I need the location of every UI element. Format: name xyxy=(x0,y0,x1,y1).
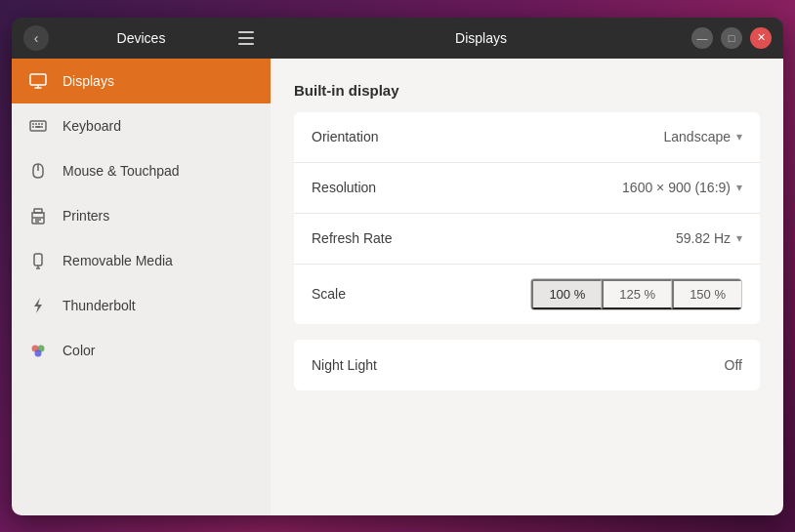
main-content: Built-in display Orientation Landscape ▾… xyxy=(271,59,783,515)
sidebar-item-thunderbolt[interactable]: Thunderbolt xyxy=(12,283,271,328)
titlebar: ‹ Devices Displays — □ ✕ xyxy=(12,18,783,59)
minimize-button[interactable]: — xyxy=(691,27,713,49)
sidebar-displays-label: Displays xyxy=(63,73,114,89)
scale-buttons: 100 % 125 % 150 % xyxy=(530,278,742,310)
sidebar-printers-label: Printers xyxy=(63,208,109,224)
thunderbolt-icon xyxy=(27,295,49,316)
maximize-icon: □ xyxy=(729,32,735,44)
resolution-label: Resolution xyxy=(312,180,622,195)
svg-point-21 xyxy=(35,349,42,356)
close-icon: ✕ xyxy=(757,31,766,44)
sidebar-item-keyboard[interactable]: Keyboard xyxy=(12,103,271,148)
mouse-icon xyxy=(27,160,49,182)
svg-rect-0 xyxy=(30,74,46,85)
usb-icon xyxy=(27,250,49,271)
resolution-row: Resolution 1600 × 900 (16:9) ▾ xyxy=(294,163,760,214)
refresh-rate-text: 59.82 Hz xyxy=(676,230,731,246)
sidebar-removable-label: Removable Media xyxy=(63,253,173,268)
night-light-label: Night Light xyxy=(312,357,725,373)
menu-button[interactable] xyxy=(233,25,259,51)
svg-rect-13 xyxy=(34,209,42,213)
resolution-text: 1600 × 900 (16:9) xyxy=(622,180,731,195)
maximize-button[interactable]: □ xyxy=(721,27,742,49)
close-button[interactable]: ✕ xyxy=(750,27,772,49)
sidebar-item-displays[interactable]: Displays xyxy=(12,59,271,103)
night-light-row: Night Light Off xyxy=(294,340,760,390)
titlebar-center-title: Displays xyxy=(271,30,691,46)
main-window: ‹ Devices Displays — □ ✕ xyxy=(12,18,783,515)
sidebar-item-color[interactable]: Color xyxy=(12,328,271,373)
orientation-dropdown-arrow: ▾ xyxy=(736,130,742,143)
orientation-text: Landscape xyxy=(663,129,731,144)
back-icon: ‹ xyxy=(34,30,39,46)
orientation-value[interactable]: Landscape ▾ xyxy=(663,129,742,144)
back-button[interactable]: ‹ xyxy=(23,25,49,51)
scale-row: Scale 100 % 125 % 150 % xyxy=(294,265,760,324)
refresh-rate-value[interactable]: 59.82 Hz ▾ xyxy=(676,230,742,246)
scale-label: Scale xyxy=(312,286,530,302)
svg-rect-16 xyxy=(34,254,42,266)
sidebar-keyboard-label: Keyboard xyxy=(63,118,121,134)
sidebar-item-removable-media[interactable]: Removable Media xyxy=(12,238,271,283)
window-body: Displays Keyboard xyxy=(12,59,783,515)
keyboard-icon xyxy=(27,115,49,137)
hamburger-line xyxy=(238,43,254,45)
titlebar-left: ‹ Devices xyxy=(12,25,271,51)
printer-icon xyxy=(27,205,49,226)
night-light-value[interactable]: Off xyxy=(725,357,742,373)
sidebar-thunderbolt-label: Thunderbolt xyxy=(63,298,136,313)
scale-125-button[interactable]: 125 % xyxy=(602,279,672,309)
color-icon xyxy=(27,340,49,361)
refresh-rate-label: Refresh Rate xyxy=(312,230,676,246)
resolution-value[interactable]: 1600 × 900 (16:9) ▾ xyxy=(622,180,742,195)
scale-value: 100 % 125 % 150 % xyxy=(530,278,742,310)
sidebar: Displays Keyboard xyxy=(12,59,271,515)
resolution-dropdown-arrow: ▾ xyxy=(736,181,742,194)
sidebar-item-printers[interactable]: Printers xyxy=(12,193,271,238)
refresh-rate-row: Refresh Rate 59.82 Hz ▾ xyxy=(294,214,760,265)
sidebar-item-mouse[interactable]: Mouse & Touchpad xyxy=(12,148,271,193)
night-light-card: Night Light Off xyxy=(294,340,760,390)
titlebar-controls: — □ ✕ xyxy=(691,27,783,49)
minimize-icon: — xyxy=(697,32,708,44)
sidebar-color-label: Color xyxy=(63,343,95,358)
monitor-icon xyxy=(27,70,49,92)
refresh-rate-dropdown-arrow: ▾ xyxy=(736,231,742,245)
hamburger-line xyxy=(238,31,254,33)
svg-rect-12 xyxy=(32,218,44,224)
scale-100-button[interactable]: 100 % xyxy=(531,279,602,309)
display-settings-card: Orientation Landscape ▾ Resolution 1600 … xyxy=(294,112,760,324)
orientation-label: Orientation xyxy=(312,129,663,144)
scale-150-button[interactable]: 150 % xyxy=(672,279,741,309)
night-light-text: Off xyxy=(725,357,742,373)
section-title: Built-in display xyxy=(294,82,760,99)
hamburger-line xyxy=(238,37,254,39)
titlebar-left-title: Devices xyxy=(59,30,224,46)
orientation-row: Orientation Landscape ▾ xyxy=(294,112,760,163)
sidebar-mouse-label: Mouse & Touchpad xyxy=(63,163,180,179)
